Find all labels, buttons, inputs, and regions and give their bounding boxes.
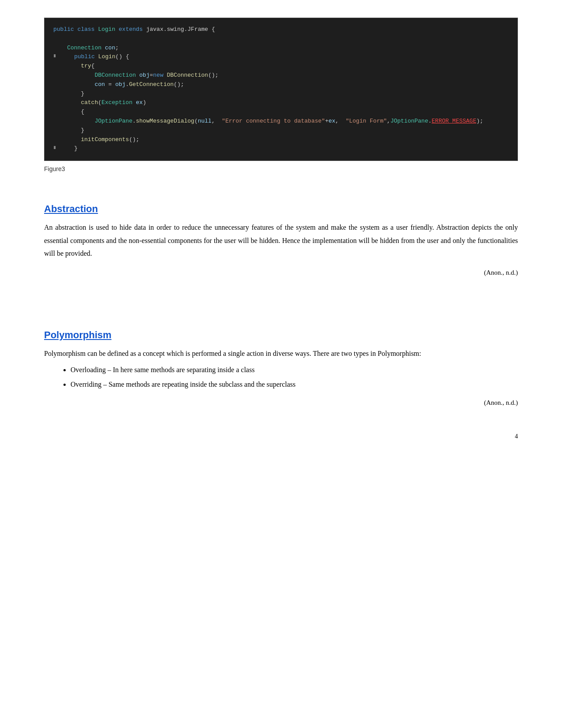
code-line-6: DBConnection obj=new DBConnection(); (53, 71, 509, 80)
polymorphism-section: Polymorphism Polymorphism can be defined… (44, 329, 518, 407)
collapse-icon-1[interactable]: ∎ (53, 52, 59, 60)
abstraction-body: An abstraction is used to hide data in o… (44, 221, 518, 260)
abstraction-citation: (Anon., n.d.) (44, 269, 518, 276)
code-line-11: JOptionPane.showMessageDialog(null, "Err… (53, 117, 509, 126)
code-line-1: public class Login extends javax.swing.J… (53, 25, 509, 34)
code-line-blank (53, 34, 509, 44)
figure-label: Figure3 (44, 165, 518, 172)
code-line-7: con = obj.GetConnection(); (53, 80, 509, 90)
code-line-3: Connection con; (53, 44, 509, 53)
bullet-overriding: Overriding – Same methods are repeating … (71, 378, 518, 390)
collapse-icon-2[interactable]: ∎ (53, 144, 59, 152)
code-line-14: ∎ } (53, 144, 509, 153)
code-line-13: initComponents(); (53, 135, 509, 145)
abstraction-heading[interactable]: Abstraction (44, 203, 518, 215)
code-line-4: ∎ public Login() { (53, 52, 509, 62)
code-line-5: try{ (53, 62, 509, 71)
abstraction-section: Abstraction An abstraction is used to hi… (44, 203, 518, 276)
polymorphism-intro: Polymorphism can be defined as a concept… (44, 347, 518, 360)
code-line-10: { (53, 108, 509, 117)
polymorphism-heading[interactable]: Polymorphism (44, 329, 518, 341)
code-line-12: } (53, 126, 509, 135)
code-line-9: catch(Exception ex) (53, 98, 509, 108)
bullet-overloading: Overloading – In here same methods are s… (71, 364, 518, 376)
code-block: public class Login extends javax.swing.J… (44, 18, 518, 161)
polymorphism-bullet-list: Overloading – In here same methods are s… (71, 364, 518, 390)
code-line-8: } (53, 90, 509, 99)
polymorphism-citation: (Anon., n.d.) (44, 399, 518, 407)
page-number: 4 (44, 433, 518, 440)
